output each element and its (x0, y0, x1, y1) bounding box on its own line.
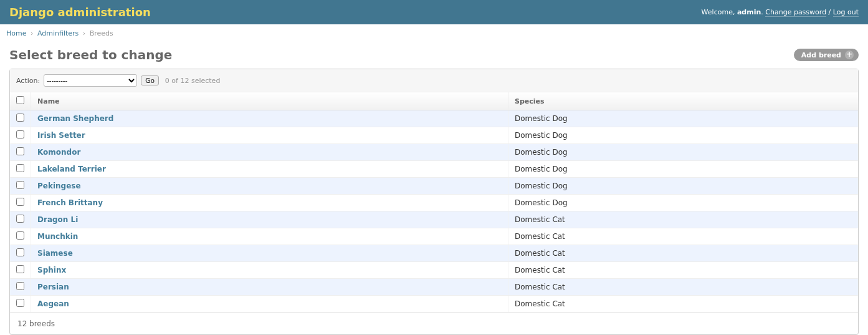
welcome-text: Welcome, (702, 8, 737, 16)
column-species[interactable]: Species (508, 92, 858, 110)
paginator: 12 breeds (10, 313, 858, 334)
row-name-cell: Irish Setter (31, 127, 508, 144)
breed-link[interactable]: Dragon Li (37, 215, 78, 224)
row-name-cell: Sphinx (31, 262, 508, 279)
row-checkbox-cell (10, 127, 31, 144)
add-breed-label: Add breed (801, 51, 841, 59)
table-row: SphinxDomestic Cat (10, 262, 858, 279)
change-password-link[interactable]: Change password (765, 8, 826, 17)
row-checkbox[interactable] (16, 114, 24, 122)
row-checkbox-cell (10, 245, 31, 262)
row-checkbox-cell (10, 110, 31, 127)
breadcrumb-app[interactable]: Adminfilters (37, 29, 79, 37)
add-breed-button[interactable]: Add breed + (794, 49, 859, 61)
row-species-cell: Domestic Dog (508, 144, 858, 161)
row-checkbox-cell (10, 144, 31, 161)
action-select[interactable]: --------- (44, 74, 137, 87)
result-table: Name Species German ShepherdDomestic Dog… (10, 92, 858, 313)
breed-link[interactable]: Persian (37, 283, 69, 291)
actions-bar: Action: --------- Go 0 of 12 selected (10, 69, 858, 92)
breed-link[interactable]: Sphinx (37, 266, 66, 274)
row-name-cell: Munchkin (31, 228, 508, 245)
row-name-cell: Siamese (31, 245, 508, 262)
table-row: Lakeland TerrierDomestic Dog (10, 161, 858, 178)
row-species-cell: Domestic Dog (508, 110, 858, 127)
table-row: PersianDomestic Cat (10, 279, 858, 296)
logout-link[interactable]: Log out (833, 8, 859, 17)
breed-link[interactable]: Komondor (37, 148, 80, 157)
row-checkbox-cell (10, 211, 31, 228)
row-name-cell: Dragon Li (31, 211, 508, 228)
header: Django administration Welcome, admin. Ch… (0, 0, 868, 24)
select-all-header (10, 92, 31, 110)
row-checkbox-cell (10, 228, 31, 245)
row-name-cell: Aegean (31, 296, 508, 313)
row-name-cell: French Brittany (31, 195, 508, 211)
row-species-cell: Domestic Cat (508, 296, 858, 313)
row-species-cell: Domestic Cat (508, 279, 858, 296)
row-name-cell: Komondor (31, 144, 508, 161)
breadcrumb-sep: › (31, 29, 33, 37)
user-tools: Welcome, admin. Change password / Log ou… (702, 8, 859, 16)
breed-link[interactable]: Lakeland Terrier (37, 165, 106, 173)
table-row: PekingeseDomestic Dog (10, 178, 858, 195)
breadcrumb: Home › Adminfilters › Breeds (0, 24, 868, 42)
table-row: MunchkinDomestic Cat (10, 228, 858, 245)
row-checkbox[interactable] (16, 215, 24, 223)
breadcrumb-current: Breeds (90, 29, 113, 37)
breadcrumb-home[interactable]: Home (6, 29, 26, 37)
row-checkbox-cell (10, 161, 31, 178)
row-species-cell: Domestic Cat (508, 211, 858, 228)
row-checkbox-cell (10, 195, 31, 211)
row-checkbox[interactable] (16, 130, 24, 138)
row-species-cell: Domestic Dog (508, 127, 858, 144)
row-checkbox[interactable] (16, 248, 24, 256)
selection-counter: 0 of 12 selected (165, 77, 221, 85)
breed-link[interactable]: Siamese (37, 249, 73, 258)
table-row: SiameseDomestic Cat (10, 245, 858, 262)
row-checkbox-cell (10, 262, 31, 279)
row-name-cell: German Shepherd (31, 110, 508, 127)
row-checkbox[interactable] (16, 265, 24, 273)
row-checkbox[interactable] (16, 198, 24, 206)
site-branding[interactable]: Django administration (9, 6, 151, 19)
row-name-cell: Pekingese (31, 178, 508, 195)
select-all-checkbox[interactable] (16, 96, 24, 104)
go-button[interactable]: Go (141, 75, 159, 85)
action-label: Action: (16, 77, 40, 85)
row-checkbox[interactable] (16, 282, 24, 290)
table-row: German ShepherdDomestic Dog (10, 110, 858, 127)
row-name-cell: Persian (31, 279, 508, 296)
row-checkbox[interactable] (16, 299, 24, 307)
username: admin (737, 8, 761, 16)
plus-icon: + (845, 51, 854, 59)
table-row: French BrittanyDomestic Dog (10, 195, 858, 211)
table-row: Dragon LiDomestic Cat (10, 211, 858, 228)
row-name-cell: Lakeland Terrier (31, 161, 508, 178)
column-name[interactable]: Name (31, 92, 508, 110)
breadcrumb-sep: › (83, 29, 85, 37)
row-species-cell: Domestic Cat (508, 228, 858, 245)
row-species-cell: Domestic Dog (508, 195, 858, 211)
row-checkbox[interactable] (16, 164, 24, 172)
row-checkbox[interactable] (16, 147, 24, 155)
page-title: Select breed to change (9, 47, 172, 62)
breed-link[interactable]: Irish Setter (37, 131, 85, 140)
row-species-cell: Domestic Cat (508, 262, 858, 279)
table-row: Irish SetterDomestic Dog (10, 127, 858, 144)
breed-link[interactable]: Aegean (37, 299, 69, 308)
row-checkbox[interactable] (16, 231, 24, 240)
breed-link[interactable]: Munchkin (37, 232, 78, 241)
row-checkbox-cell (10, 279, 31, 296)
row-species-cell: Domestic Dog (508, 178, 858, 195)
table-row: AegeanDomestic Cat (10, 296, 858, 313)
breed-link[interactable]: German Shepherd (37, 114, 113, 123)
changelist-module: Action: --------- Go 0 of 12 selected Na… (9, 69, 859, 335)
breed-link[interactable]: Pekingese (37, 182, 81, 190)
row-checkbox-cell (10, 178, 31, 195)
row-checkbox[interactable] (16, 181, 24, 189)
breed-link[interactable]: French Brittany (37, 198, 103, 207)
row-species-cell: Domestic Dog (508, 161, 858, 178)
row-species-cell: Domestic Cat (508, 245, 858, 262)
row-checkbox-cell (10, 296, 31, 313)
